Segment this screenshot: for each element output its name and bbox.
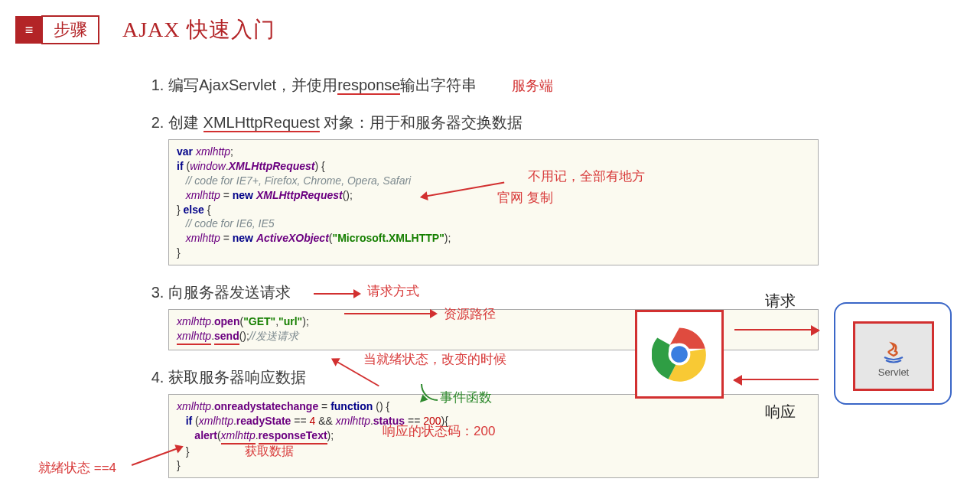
arrow-request (734, 329, 819, 331)
java-icon (878, 334, 909, 365)
anno-ready-change: 当就绪状态，改变的时候 (363, 350, 506, 368)
svg-point-2 (671, 346, 688, 363)
anno-get-data: 获取数据 (245, 444, 294, 460)
servlet-label: Servlet (878, 366, 909, 378)
chrome-icon (652, 327, 707, 382)
browser-box (635, 310, 724, 399)
arrow-request-method (314, 293, 360, 295)
slide-header: ≡ 步骤 AJAX 快速入门 (15, 15, 965, 44)
page-title: AJAX 快速入门 (122, 15, 275, 44)
underline-response: response (337, 77, 400, 95)
anno-readystate-4: 就绪状态 ==4 (38, 459, 116, 477)
anno-resource-path: 资源路径 (444, 305, 496, 323)
anno-status-200: 响应的状态码：200 (383, 422, 495, 440)
anno-copy-from-site: 官网 复制 (497, 189, 553, 207)
arrow-response (734, 379, 819, 380)
servlet-box: Servlet (853, 321, 934, 391)
label-response: 响应 (765, 402, 796, 422)
anno-request-method: 请求方式 (367, 282, 419, 300)
anno-no-need-remember: 不用记，全部有地方 (528, 168, 645, 185)
diagram: Servlet 请求 响应 (635, 287, 956, 440)
code-block-1: var xmlhttp; if (window.XMLHttpRequest) … (168, 139, 819, 265)
arrow-event-fn (421, 384, 438, 401)
badge-icon: ≡ (15, 16, 43, 44)
badge: ≡ 步骤 (15, 15, 99, 44)
anno-server-side: 服务端 (512, 78, 553, 93)
arrow-resource-path (344, 313, 436, 314)
step-1: 编写AjaxServlet，并使用response输出字符串 服务端 (168, 75, 819, 96)
label-request: 请求 (765, 291, 796, 311)
step-2: 创建 XMLHttpRequest 对象：用于和服务器交换数据 var xmlh… (168, 112, 819, 265)
anno-event-fn: 事件函数 (440, 389, 492, 406)
badge-label: 步骤 (41, 15, 99, 44)
underline-xhr: XMLHttpRequest (203, 114, 320, 132)
